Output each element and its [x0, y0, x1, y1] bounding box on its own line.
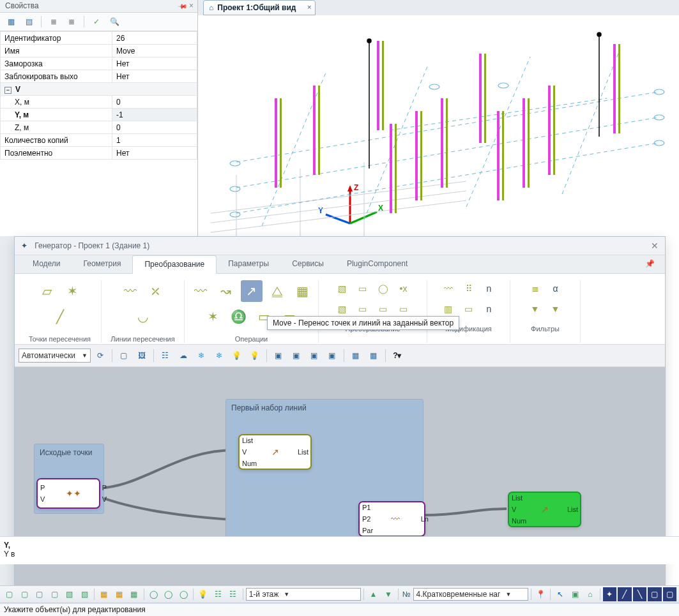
tb-snow2-icon[interactable]: ❄	[211, 347, 227, 364]
st-down-icon[interactable]: ▼	[381, 587, 395, 601]
generator-titlebar[interactable]: ✦ Генератор - Проект 1 (Здание 1) ✕	[15, 237, 665, 255]
st-grid1-icon[interactable]: ▦	[97, 587, 111, 601]
tb-refresh-icon[interactable]: ⟳	[92, 347, 109, 364]
tb-bulb-on-icon[interactable]: 💡	[247, 347, 263, 364]
tab-close-icon[interactable]: ×	[307, 3, 311, 11]
op-move-icon[interactable]: ↗	[241, 280, 263, 302]
ln-int-2-icon[interactable]: ⤫	[145, 280, 167, 302]
tr-1-icon[interactable]: ▧	[334, 280, 351, 297]
tb-box-icon[interactable]: ▢	[116, 347, 132, 364]
collapse-icon[interactable]: −	[4, 87, 11, 94]
op-curve-icon[interactable]: 〰	[190, 280, 211, 302]
st-snap2-icon[interactable]: ╱	[618, 587, 632, 601]
st-cube6-icon[interactable]: ▧	[78, 587, 92, 601]
tab-geometry[interactable]: Геометрия	[72, 255, 133, 273]
node-move[interactable]: List V Num ↗ List	[238, 434, 312, 470]
tb-bulb-off-icon[interactable]: 💡	[229, 347, 245, 364]
op-6-icon[interactable]: ♎	[228, 306, 250, 327]
mod-n2-icon[interactable]: n	[481, 301, 498, 317]
op-mirror-icon[interactable]: ⧋	[266, 280, 288, 302]
st-snap5-icon[interactable]: ▢	[663, 587, 677, 601]
st-snap1-icon[interactable]: ✦	[603, 587, 617, 601]
search-icon[interactable]: 🔍	[107, 15, 121, 29]
tr-3-icon[interactable]: ◯	[375, 280, 392, 297]
mod-n-icon[interactable]: n	[481, 280, 498, 297]
tab-transform[interactable]: Преобразование	[132, 255, 217, 274]
st-cursor-icon[interactable]: ↖	[553, 587, 567, 601]
flt-1-icon[interactable]: ≣	[527, 280, 544, 297]
tb-sel4-icon[interactable]: ▣	[324, 347, 340, 364]
tab-params[interactable]: Параметры	[217, 255, 280, 273]
tr-7-icon[interactable]: ▭	[375, 301, 392, 317]
st-bulb-icon[interactable]: 💡	[196, 587, 210, 601]
st-cube2-icon[interactable]: ▢	[18, 587, 32, 601]
node-source[interactable]: P V ✦✦ P V	[36, 478, 100, 509]
op-grid-icon[interactable]: ▦	[292, 280, 314, 302]
tb-cloud-icon[interactable]: ☁	[175, 347, 192, 364]
st-home-icon[interactable]: ⌂	[583, 587, 597, 601]
pt-int-2-icon[interactable]: ✶	[62, 280, 84, 302]
viewport-tab[interactable]: ⌂ Проект 1:Общий вид ×	[203, 0, 316, 15]
tab-models[interactable]: Модели	[21, 255, 72, 273]
pin-icon[interactable]: 📌	[178, 1, 188, 11]
tb-grid1-icon[interactable]: ▦	[347, 347, 364, 364]
st-grid3-icon[interactable]: ▦	[127, 587, 141, 601]
tb-sel1-icon[interactable]: ▣	[270, 347, 287, 364]
op-arrow-icon[interactable]: ↝	[215, 280, 237, 302]
mod-2-icon[interactable]: ⠿	[461, 280, 477, 297]
tab-services[interactable]: Сервисы	[280, 255, 335, 273]
check-icon[interactable]: ✓	[89, 15, 103, 29]
list-icon[interactable]: ≣	[47, 15, 61, 29]
st-layers2-icon[interactable]: ☷	[226, 587, 240, 601]
mod-1-icon[interactable]: 〰	[440, 280, 457, 297]
tb-stack-icon[interactable]: ☷	[157, 347, 174, 364]
node-line[interactable]: P1 P2 Par 〰 Ln	[358, 501, 425, 537]
st-snap4-icon[interactable]: ▢	[648, 587, 662, 601]
tr-5-icon[interactable]: ▧	[334, 301, 351, 317]
categorized-icon[interactable]: ▦	[4, 15, 18, 29]
flt-4-icon[interactable]: ▼	[547, 301, 564, 317]
tr-6-icon[interactable]: ▭	[355, 301, 371, 317]
st-cube5-icon[interactable]: ▧	[63, 587, 77, 601]
tb-snow1-icon[interactable]: ❄	[193, 347, 210, 364]
tb-sel3-icon[interactable]: ▣	[306, 347, 323, 364]
node-move-selected[interactable]: List V Num ↗ List	[508, 492, 581, 527]
ribbon-pin-icon[interactable]: 📌	[641, 255, 659, 273]
st-shape3-icon[interactable]: ◯	[177, 587, 191, 601]
loadcase-dropdown[interactable]: 4.Кратковременные наг▼	[413, 588, 528, 601]
tb-image-icon[interactable]: 🖼	[134, 347, 150, 364]
tb-sel2-icon[interactable]: ▣	[288, 347, 305, 364]
st-cube4-icon[interactable]: ▢	[48, 587, 62, 601]
st-up-icon[interactable]: ▲	[367, 587, 381, 601]
st-shape2-icon[interactable]: ◯	[162, 587, 176, 601]
list-alt-icon[interactable]: ≣	[65, 15, 79, 29]
st-selbox-icon[interactable]: ▣	[568, 587, 583, 601]
tr-4-icon[interactable]: •x	[395, 280, 412, 297]
st-shape1-icon[interactable]: ◯	[147, 587, 161, 601]
pt-int-1-icon[interactable]: ▱	[36, 280, 58, 302]
auto-dropdown[interactable]: Автоматически▼	[19, 349, 91, 363]
mod-5-icon[interactable]: ▭	[461, 301, 477, 317]
pt-int-3-icon[interactable]: ╱	[49, 306, 71, 327]
window-close-icon[interactable]: ✕	[651, 241, 659, 251]
tr-8-icon[interactable]: ▭	[395, 301, 412, 317]
floor-dropdown[interactable]: 1-й этаж▼	[246, 588, 361, 601]
ln-int-3-icon[interactable]: ◡	[132, 306, 154, 327]
st-cube3-icon[interactable]: ▢	[33, 587, 47, 601]
st-layers-icon[interactable]: ☷	[211, 587, 225, 601]
tb-grid2-icon[interactable]: ▦	[365, 347, 382, 364]
st-grid2-icon[interactable]: ▦	[112, 587, 126, 601]
flt-3-icon[interactable]: ▼	[527, 301, 544, 317]
alpha-sort-icon[interactable]: ▤	[22, 15, 36, 29]
tb-help-icon[interactable]: ?▾	[389, 347, 406, 364]
ln-int-1-icon[interactable]: 〰	[119, 280, 141, 302]
op-5-icon[interactable]: ✶	[202, 306, 224, 327]
mod-4-icon[interactable]: ▥	[440, 301, 457, 317]
tab-plugin[interactable]: PluginComponent	[335, 255, 419, 273]
flt-alpha-icon[interactable]: α	[547, 280, 564, 297]
st-snap3-icon[interactable]: ╲	[633, 587, 647, 601]
close-icon[interactable]: ×	[189, 1, 194, 10]
tr-2-icon[interactable]: ▭	[355, 280, 371, 297]
st-pin-icon[interactable]: 📍	[534, 587, 548, 601]
st-cube1-icon[interactable]: ▢	[3, 587, 17, 601]
